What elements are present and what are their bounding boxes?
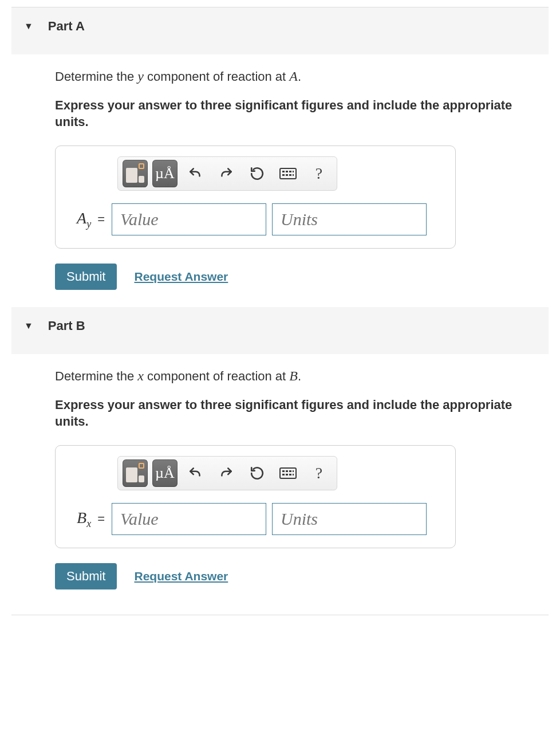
prompt-mid: component of reaction at <box>144 369 289 383</box>
prompt-var: x <box>137 368 144 383</box>
variable-main: B <box>77 509 86 526</box>
variable-label: Bx = <box>65 509 106 530</box>
input-row: Bx = <box>65 503 446 535</box>
prompt-point: A <box>289 69 298 84</box>
value-input[interactable] <box>112 203 266 235</box>
caret-down-icon: ▼ <box>24 321 33 331</box>
part-title: Part B <box>48 319 85 333</box>
undo-button[interactable] <box>181 459 210 488</box>
template-button[interactable] <box>123 459 148 487</box>
answer-box: µÅ ? Ay <box>55 146 456 249</box>
value-input[interactable] <box>112 503 266 535</box>
submit-button[interactable]: Submit <box>55 563 117 589</box>
redo-button[interactable] <box>212 459 240 488</box>
units-symbols-button[interactable]: µÅ <box>152 160 178 187</box>
keyboard-button[interactable] <box>274 159 302 188</box>
help-button[interactable]: ? <box>305 159 333 188</box>
action-row: Submit Request Answer <box>55 264 549 290</box>
undo-button[interactable] <box>181 159 210 188</box>
reset-button[interactable] <box>243 459 271 488</box>
submit-button[interactable]: Submit <box>55 264 117 290</box>
equation-toolbar: µÅ ? <box>117 156 337 191</box>
caret-down-icon: ▼ <box>24 22 33 31</box>
part-a-section: ▼ Part A Determine the y component of re… <box>11 7 549 307</box>
keyboard-icon <box>279 467 297 479</box>
prompt-point: B <box>289 368 298 383</box>
action-row: Submit Request Answer <box>55 563 549 589</box>
variable-subscript: y <box>86 218 91 229</box>
prompt-text: Determine the x component of reaction at… <box>55 367 549 386</box>
instruction-text: Express your answer to three significant… <box>55 97 513 131</box>
answer-box: µÅ ? Bx <box>55 445 456 548</box>
keyboard-button[interactable] <box>274 459 302 488</box>
equation-toolbar: µÅ ? <box>117 456 337 490</box>
units-input[interactable] <box>272 503 427 535</box>
bottom-divider <box>11 615 549 615</box>
request-answer-link[interactable]: Request Answer <box>134 270 228 284</box>
part-a-header[interactable]: ▼ Part A <box>11 7 549 54</box>
reset-button[interactable] <box>243 159 271 188</box>
help-button[interactable]: ? <box>305 459 333 488</box>
equals-sign: = <box>97 212 105 226</box>
instruction-text: Express your answer to three significant… <box>55 396 513 430</box>
prompt-text: Determine the y component of reaction at… <box>55 67 549 87</box>
request-answer-link[interactable]: Request Answer <box>134 569 228 583</box>
keyboard-icon <box>279 168 297 179</box>
units-symbols-button[interactable]: µÅ <box>152 459 178 487</box>
part-b-section: ▼ Part B Determine the x component of re… <box>11 307 549 607</box>
part-b-header[interactable]: ▼ Part B <box>11 307 549 354</box>
part-title: Part A <box>48 19 85 34</box>
variable-subscript: x <box>86 517 91 529</box>
template-button[interactable] <box>123 160 148 187</box>
prompt-var: y <box>137 69 144 84</box>
part-b-body: Determine the x component of reaction at… <box>11 367 549 607</box>
prompt-post: . <box>298 69 301 84</box>
redo-button[interactable] <box>212 159 240 188</box>
variable-main: A <box>77 209 86 227</box>
variable-label: Ay = <box>65 209 106 230</box>
equals-sign: = <box>97 512 105 526</box>
input-row: Ay = <box>65 203 446 235</box>
prompt-post: . <box>298 369 301 383</box>
units-input[interactable] <box>272 203 427 235</box>
part-a-body: Determine the y component of reaction at… <box>11 67 549 307</box>
prompt-pre: Determine the <box>55 69 137 84</box>
prompt-mid: component of reaction at <box>144 69 289 84</box>
prompt-pre: Determine the <box>55 369 137 383</box>
